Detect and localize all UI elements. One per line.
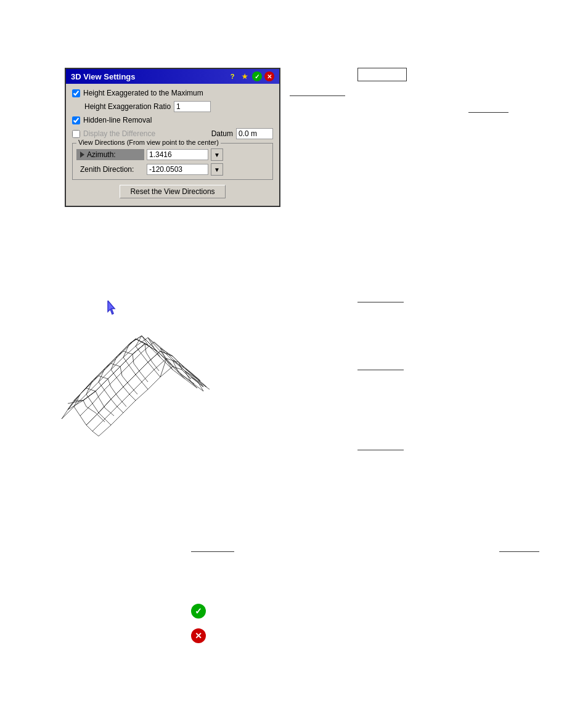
datum-row: Datum bbox=[211, 128, 273, 139]
titlebar-icons: ? ★ ✓ ✕ bbox=[227, 71, 274, 81]
svg-line-20 bbox=[80, 381, 92, 394]
hline-mid-3 bbox=[357, 450, 404, 450]
azimuth-row: Azimuth: ▼ bbox=[76, 148, 269, 161]
hline-low-1 bbox=[191, 551, 234, 552]
zenith-label: Zenith Direction: bbox=[76, 164, 144, 175]
top-right-rectangle bbox=[357, 68, 407, 81]
hline-2 bbox=[468, 112, 508, 113]
svg-line-22 bbox=[105, 356, 117, 368]
display-difference-row: Display the Difference bbox=[72, 129, 155, 138]
svg-line-11 bbox=[133, 344, 145, 354]
svg-line-21 bbox=[92, 368, 105, 381]
reset-view-directions-button[interactable]: Reset the View Directions bbox=[120, 185, 225, 198]
dialog-title: 3D View Settings bbox=[71, 72, 136, 81]
star-icon[interactable]: ★ bbox=[240, 71, 250, 81]
zenith-input[interactable] bbox=[147, 164, 208, 175]
hline-low-2 bbox=[499, 551, 539, 552]
view-directions-group: View Directions (From view point to the … bbox=[72, 143, 273, 180]
svg-line-2 bbox=[99, 363, 111, 376]
ok-icon[interactable]: ✓ bbox=[252, 71, 262, 81]
azimuth-dropdown-button[interactable]: ▼ bbox=[211, 148, 223, 161]
svg-line-26 bbox=[86, 413, 99, 425]
hline-mid-1 bbox=[357, 302, 404, 302]
height-exaggeration-ratio-row: Height Exaggeration Ratio bbox=[72, 101, 273, 112]
close-icon[interactable]: ✕ bbox=[264, 71, 274, 81]
height-exaggeration-ratio-input[interactable] bbox=[174, 101, 211, 112]
svg-line-10 bbox=[120, 354, 133, 367]
red-x-icon: ✕ bbox=[191, 628, 206, 643]
svg-line-23 bbox=[117, 344, 129, 356]
azimuth-label: Azimuth: bbox=[87, 150, 116, 159]
svg-line-9 bbox=[108, 367, 120, 379]
hline-mid-2 bbox=[357, 370, 404, 370]
height-exaggerated-checkbox[interactable] bbox=[72, 89, 80, 97]
green-check-icon: ✓ bbox=[191, 604, 206, 619]
svg-line-1 bbox=[86, 376, 99, 388]
svg-line-27 bbox=[99, 399, 111, 413]
azimuth-arrow-icon bbox=[80, 152, 84, 158]
hidden-line-removal-checkbox[interactable] bbox=[72, 116, 80, 124]
help-icon[interactable]: ? bbox=[227, 71, 237, 81]
hidden-line-removal-row: Hidden-line Removal bbox=[72, 116, 273, 124]
terrain-wireframe bbox=[49, 277, 228, 437]
view-directions-legend: View Directions (From view point to the … bbox=[76, 139, 221, 146]
3d-view-settings-dialog[interactable]: 3D View Settings ? ★ ✓ ✕ Height Exaggera… bbox=[65, 68, 280, 207]
azimuth-label-container: Azimuth: bbox=[76, 149, 144, 160]
svg-line-8 bbox=[96, 379, 108, 391]
hidden-line-removal-label: Hidden-line Removal bbox=[83, 116, 152, 124]
svg-line-19 bbox=[68, 394, 80, 410]
datum-label: Datum bbox=[211, 129, 233, 138]
display-difference-label: Display the Difference bbox=[83, 129, 155, 138]
svg-line-24 bbox=[129, 336, 142, 344]
hline-1 bbox=[290, 95, 345, 96]
svg-line-4 bbox=[123, 339, 136, 351]
display-difference-checkbox[interactable] bbox=[72, 130, 80, 138]
height-exaggerated-label: Height Exaggerated to the Maximum bbox=[83, 89, 203, 97]
svg-line-28 bbox=[111, 387, 123, 399]
dialog-body: Height Exaggerated to the Maximum Height… bbox=[66, 84, 279, 206]
svg-line-34 bbox=[185, 368, 197, 379]
height-exaggeration-ratio-label: Height Exaggeration Ratio bbox=[84, 102, 171, 111]
datum-input[interactable] bbox=[236, 128, 273, 139]
azimuth-input[interactable] bbox=[147, 149, 208, 160]
svg-line-3 bbox=[111, 351, 123, 363]
svg-line-31 bbox=[148, 351, 160, 362]
zenith-dropdown-button[interactable]: ▼ bbox=[211, 163, 223, 176]
zenith-row: Zenith Direction: ▼ bbox=[76, 163, 269, 176]
dialog-titlebar: 3D View Settings ? ★ ✓ ✕ bbox=[66, 69, 279, 84]
height-exaggerated-row: Height Exaggerated to the Maximum bbox=[72, 89, 273, 97]
